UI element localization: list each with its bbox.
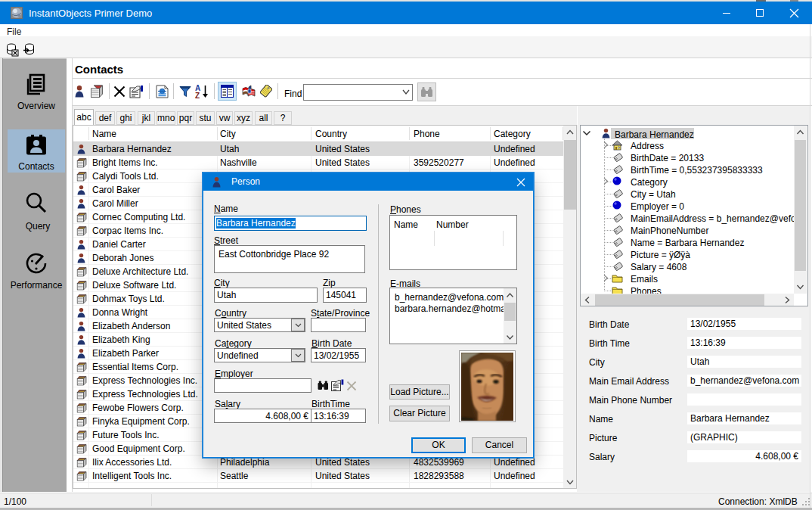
- svg-text:Z: Z: [195, 92, 200, 99]
